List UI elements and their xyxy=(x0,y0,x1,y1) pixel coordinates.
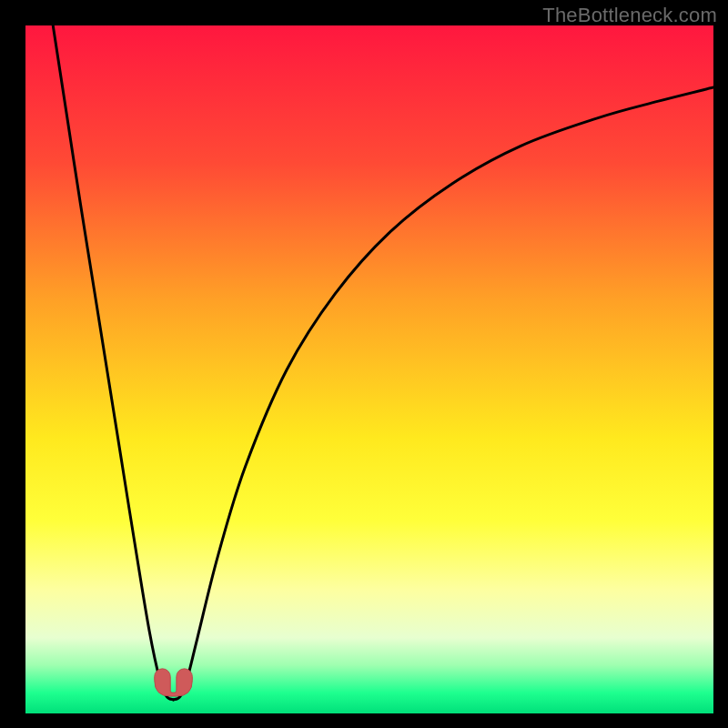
watermark-text: TheBottleneck.com xyxy=(542,4,717,27)
chart-frame: TheBottleneck.com xyxy=(0,0,728,728)
gradient-background xyxy=(25,25,713,713)
bottleneck-plot xyxy=(25,25,713,713)
